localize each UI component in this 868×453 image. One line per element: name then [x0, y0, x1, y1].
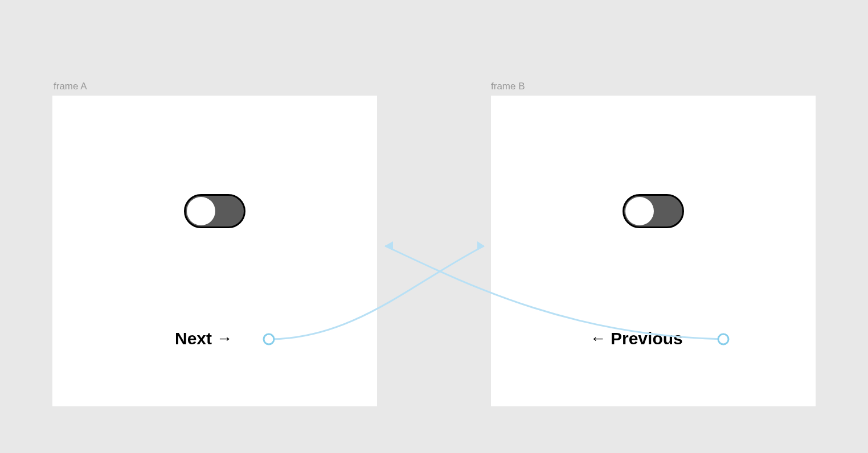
previous-link-text: Previous: [611, 329, 683, 348]
next-link[interactable]: Next →: [175, 329, 232, 348]
frame-b-label: frame B: [491, 81, 525, 92]
frame-a[interactable]: Next →: [52, 96, 377, 406]
toggle-knob-b: [625, 197, 654, 225]
frame-b[interactable]: ← Previous: [491, 96, 816, 406]
arrow-left-icon: ←: [590, 330, 606, 348]
toggle-knob-a: [187, 197, 215, 225]
previous-link[interactable]: ← Previous: [590, 329, 683, 348]
toggle-switch-b[interactable]: [623, 194, 684, 228]
frame-a-label: frame A: [54, 81, 87, 92]
next-link-text: Next: [175, 329, 212, 348]
arrowhead-to-b: [477, 241, 484, 250]
toggle-switch-a[interactable]: [184, 194, 245, 228]
arrowhead-to-a: [385, 241, 393, 250]
arrow-right-icon: →: [216, 330, 232, 348]
